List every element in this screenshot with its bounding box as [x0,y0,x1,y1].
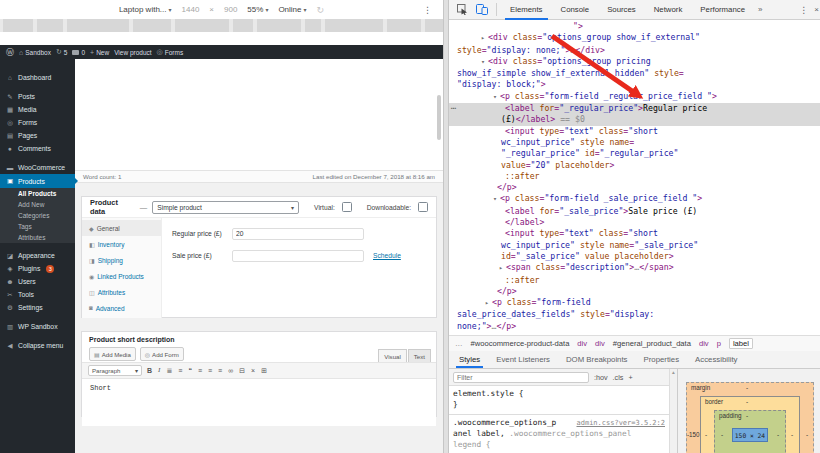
tab-performance[interactable]: Performance [691,0,754,19]
product-tab-shipping[interactable]: ◨Shipping [82,252,161,268]
sidebar-item-dashboard[interactable]: ⌂Dashboard [0,71,75,84]
sidebar-item-wp-sandbox[interactable]: ▥WP Sandbox [0,320,75,333]
italic-icon[interactable]: I [158,367,160,374]
close-icon[interactable]: × [814,5,820,14]
hov-toggle[interactable]: :hov [594,373,608,382]
breadcrumb-item[interactable]: #general_product_data [613,339,691,348]
dom-node-row[interactable]: ▾<div class="options_group pricing [449,56,820,68]
product-tab-inventory[interactable]: ◧Inventory [82,236,161,252]
dom-node-row[interactable]: ⋯<label for="_regular_price">Regular pri… [449,103,820,114]
sidebar-item-comments[interactable]: ●Comments [0,142,75,155]
tab-sources[interactable]: Sources [598,0,645,19]
styles-filter-input[interactable] [453,372,589,383]
dom-node-row[interactable]: style="display: none;">…</div> [449,45,820,56]
virtual-checkbox[interactable] [342,202,352,212]
device-toolbar-menu-icon[interactable]: ⋮ [423,5,432,15]
rotate-icon[interactable]: ↻ [317,5,325,15]
dom-node-row[interactable]: ::after [449,171,820,182]
add-media-button[interactable]: ▤Add Media [89,347,136,361]
sidebar-item-collapse-menu[interactable]: ◀Collapse menu [0,339,75,352]
sidebar-item-media[interactable]: ▦Media [0,103,75,116]
forms-link[interactable]: ◎Forms [157,48,184,56]
dom-node-row[interactable]: sale_price_dates_fields" style="display: [449,309,820,320]
product-tab-advanced[interactable]: ◙Advanced [82,300,161,316]
dom-node-row[interactable]: none;">…</p> [449,321,820,332]
zoom-select[interactable]: 55%▾ [247,5,268,14]
breadcrumb-item[interactable]: label [729,338,753,349]
sidebar-item-add-new[interactable]: Add New [0,199,75,210]
breadcrumb-item[interactable]: div [577,339,587,348]
view-product-link[interactable]: View product [114,49,151,56]
product-tab-attributes[interactable]: ◫Attributes [82,284,161,300]
sale-price-input[interactable] [232,250,364,262]
dom-node-row[interactable]: </p> [449,286,820,297]
scroll-up-icon[interactable]: ▴ [672,369,675,375]
numbered-list-icon[interactable]: ≡ [178,367,182,374]
align-center-icon[interactable]: ≡ [208,367,212,374]
styles-scrollbar[interactable]: ▴ [669,369,677,453]
dom-node-row[interactable]: ▾<p class="form-field _regular_price_fie… [449,91,820,103]
dom-node-row[interactable]: ▸<p class="form-field [449,297,820,309]
dom-node-row[interactable]: id="_sale_price" value placeholder> [449,251,820,262]
sidebar-item-attributes[interactable]: Attributes [0,232,75,243]
dom-node-row[interactable]: <input type="text" class="short [449,228,820,239]
dom-node-row[interactable]: ::after [449,275,820,286]
device-toolbar-toggle-icon[interactable] [476,4,488,15]
sidebar-item-woocommerce[interactable]: ▬WooCommerce [0,161,75,174]
breadcrumb-item[interactable]: div [699,339,709,348]
add-form-button[interactable]: ◎Add Form [140,347,184,361]
comments-link[interactable]: 0 [72,49,85,56]
post-editor-area[interactable] [75,59,443,170]
sidebar-item-appearance[interactable]: ◪Appearance [0,249,75,262]
tab-network[interactable]: Network [645,0,692,19]
bold-icon[interactable]: B [147,367,152,374]
new-rule-button[interactable]: + [628,373,632,382]
sidebar-item-forms[interactable]: ◎Forms [0,116,75,129]
link-icon[interactable]: ∞ [228,367,233,374]
sidebar-item-all-products[interactable]: All Products [0,188,75,199]
panel-tab-styles[interactable]: Styles [451,351,488,368]
sidebar-item-tags[interactable]: Tags [0,221,75,232]
sidebar-item-tools[interactable]: ✂Tools [0,288,75,301]
node-menu-ellipsis-icon[interactable]: ⋯ [451,103,456,114]
product-tab-linked-products[interactable]: ◉Linked Products [82,268,161,284]
new-content-link[interactable]: +New [90,49,109,56]
dom-node-row[interactable]: (£)</label> == $0 [449,114,820,125]
fullscreen-icon[interactable]: × [251,367,255,374]
matched-css-rule[interactable]: admin.css?ver=3.5.2:2.woocommerce_option… [449,415,669,453]
panel-tab-properties[interactable]: Properties [636,351,688,368]
product-type-select[interactable]: Simple product▾ [152,201,299,214]
cls-toggle[interactable]: .cls [613,373,624,382]
bullet-list-icon[interactable]: ≣ [166,367,172,374]
device-height-input[interactable]: 900 [224,5,237,14]
devtools-menu-icon[interactable]: ⋮ [793,5,814,15]
tab-console[interactable]: Console [552,0,599,19]
device-preset-select[interactable]: Laptop with...▾ [119,5,172,14]
dom-node-row[interactable]: <label for="_sale_price">Sale price (£) [449,206,820,217]
dom-node-row[interactable]: wc_input_price" style name="_sale_price" [449,240,820,251]
wordpress-logo-icon[interactable]: Ⓦ [6,47,14,58]
blockquote-icon[interactable]: “ [188,367,192,374]
dom-node-row[interactable]: "> [449,21,820,32]
breadcrumb-item[interactable]: p [717,339,721,348]
product-tab-general[interactable]: ◆General [82,220,161,236]
sidebar-item-users[interactable]: ☻Users [0,275,75,288]
network-throttle-select[interactable]: Online▾ [278,5,306,14]
dom-node-row[interactable]: "_regular_price" id="_regular_price" [449,148,820,159]
dom-node-row[interactable]: </label> [449,217,820,228]
dom-node-row[interactable]: show_if_simple show_if_external hidden" … [449,68,820,79]
align-right-icon[interactable]: ≡ [218,367,222,374]
visual-tab[interactable]: Visual [378,349,407,362]
panel-tab-accessibility[interactable]: Accessibility [687,351,745,368]
sidebar-item-posts[interactable]: ✎Posts [0,90,75,103]
more-tag-icon[interactable]: ⊟ [239,367,245,374]
downloadable-checkbox[interactable] [418,202,428,212]
paragraph-select[interactable]: Paragraph▾ [88,365,142,376]
stylesheet-link[interactable]: admin.css?ver=3.5.2:2 [576,418,665,429]
sidebar-item-settings[interactable]: ⚙Settings [0,301,75,314]
short-description-editor[interactable]: Short [82,379,436,426]
inspect-element-icon[interactable] [457,4,468,15]
site-name-link[interactable]: ⌂Sandbox [19,49,51,56]
element-style-rule[interactable]: element.style { } [449,386,669,415]
toolbar-toggle-icon[interactable]: ⊞ [261,367,267,374]
